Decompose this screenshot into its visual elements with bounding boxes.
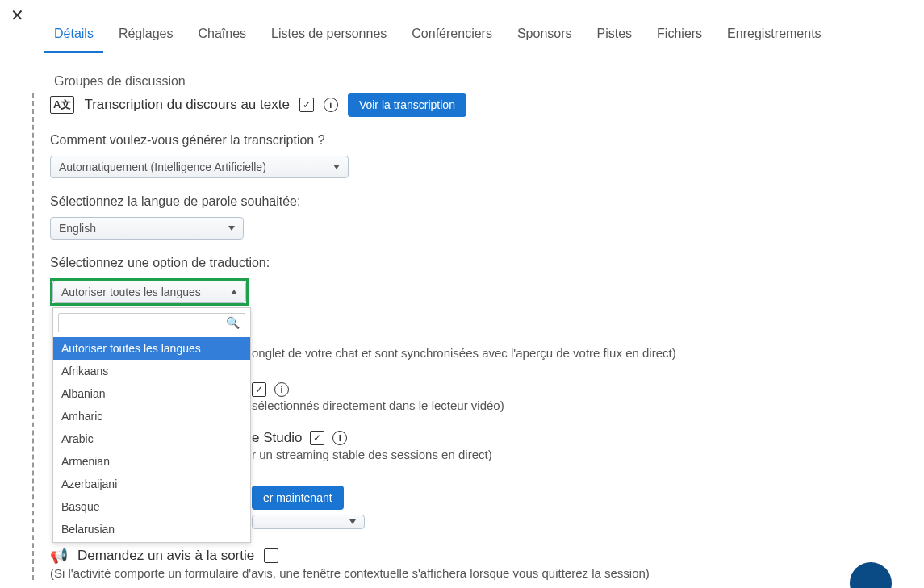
generation-method-select[interactable]: Automatiquement (Intelligence Artificiel… <box>50 156 349 178</box>
studio-checkbox[interactable]: ✓ <box>310 431 324 445</box>
translation-option-label: Sélectionnez une option de traduction: <box>50 256 888 270</box>
studio-info-icon[interactable]: i <box>332 431 347 445</box>
transcription-title: Transcription du discours au texte <box>84 97 290 113</box>
dropdown-option[interactable]: Albanian <box>53 382 250 405</box>
feedback-subtext: (Si l'activité comporte un formulaire d'… <box>50 566 888 580</box>
transcription-section-header: A文 Transcription du discours au texte ✓ … <box>50 93 888 117</box>
speech-language-select[interactable]: English <box>50 217 244 240</box>
dropdown-option[interactable]: Afrikaans <box>53 360 250 382</box>
transcription-icon: A文 <box>50 96 74 114</box>
speech-language-value: English <box>59 222 96 235</box>
tabs-bar: Détails Réglages Chaînes Listes de perso… <box>44 0 900 98</box>
close-icon: ✕ <box>10 6 24 25</box>
tab-reglages[interactable]: Réglages <box>109 20 183 53</box>
megaphone-icon: 📢 <box>50 547 68 565</box>
generation-method-value: Automatiquement (Intelligence Artificiel… <box>59 161 266 173</box>
cc-checkbox[interactable]: ✓ <box>252 382 266 397</box>
speech-language-label: Sélectionnez la langue de parole souhait… <box>50 194 888 209</box>
dropdown-option[interactable]: Azerbaijani <box>53 473 250 495</box>
search-icon: 🔍 <box>226 316 240 329</box>
transcription-checkbox[interactable]: ✓ <box>299 98 314 112</box>
dropdown-option[interactable]: Basque <box>53 495 250 518</box>
tab-sponsors[interactable]: Sponsors <box>508 20 582 53</box>
chevron-up-icon <box>231 290 237 294</box>
chevron-down-icon <box>333 165 340 169</box>
tab-enregistrements[interactable]: Enregistrements <box>717 20 831 53</box>
feedback-title: Demandez un avis à la sortie <box>77 548 254 564</box>
dropdown-option-all[interactable]: Autoriser toutes les langues <box>53 337 250 360</box>
now-button[interactable]: er maintenant <box>252 486 344 510</box>
tab-listes[interactable]: Listes de personnes <box>261 20 396 53</box>
dropdown-option[interactable]: Arabic <box>53 427 250 450</box>
dropdown-option[interactable]: Belarusian <box>53 518 250 540</box>
content-scroll[interactable]: A文 Transcription du discours au texte ✓ … <box>28 93 912 588</box>
dropdown-option[interactable]: Amharic <box>53 405 250 427</box>
feedback-checkbox[interactable] <box>264 548 278 563</box>
dropdown-options-list[interactable]: Autoriser toutes les langues Afrikaans A… <box>53 337 250 542</box>
view-transcription-button[interactable]: Voir la transcription <box>348 93 466 117</box>
dropdown-search-input[interactable] <box>64 317 226 329</box>
dropdown-option[interactable]: Bengali <box>53 540 250 542</box>
tab-chaines[interactable]: Chaînes <box>189 20 257 53</box>
cc-info-icon[interactable]: i <box>274 382 289 397</box>
studio-subtext-suffix: r un streaming stable des sessions en di… <box>252 448 888 461</box>
dropdown-option[interactable]: Armenian <box>53 450 250 473</box>
dropdown-search-box: 🔍 <box>58 313 245 332</box>
studio-title-suffix: e Studio <box>252 430 302 446</box>
chevron-down-icon <box>349 519 356 524</box>
tab-fichiers[interactable]: Fichiers <box>647 20 712 53</box>
cc-subtext-suffix: sélectionnés directement dans le lecteur… <box>252 398 888 412</box>
translation-select-open[interactable]: Autoriser toutes les langues 🔍 Autoriser… <box>50 278 249 306</box>
chevron-down-icon <box>228 226 235 231</box>
transcription-info-icon[interactable]: i <box>324 98 338 112</box>
close-button[interactable]: ✕ <box>8 6 26 24</box>
translation-dropdown: 🔍 Autoriser toutes les langues Afrikaans… <box>52 307 251 543</box>
secondary-select[interactable] <box>252 515 365 529</box>
tab-details[interactable]: Détails <box>44 20 103 53</box>
translation-select-value: Autoriser toutes les langues <box>61 286 201 298</box>
chat-sync-text-suffix: onglet de votre chat et sont synchronisé… <box>252 346 888 360</box>
tab-conferenciers[interactable]: Conférenciers <box>402 20 502 53</box>
translation-select-head[interactable]: Autoriser toutes les langues <box>52 281 246 303</box>
tab-pistes[interactable]: Pistes <box>587 20 642 53</box>
generation-method-label: Comment voulez-vous générer la transcrip… <box>50 133 888 148</box>
